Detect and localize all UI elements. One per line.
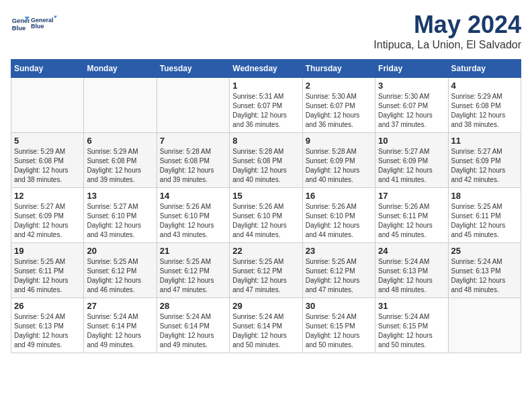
day-number: 13 xyxy=(87,191,153,201)
day-number: 4 xyxy=(451,81,518,91)
day-info: Sunrise: 5:30 AMSunset: 6:07 PMDaylight:… xyxy=(306,92,372,130)
day-of-week-header: Monday xyxy=(84,60,157,78)
day-number: 26 xyxy=(14,301,81,311)
day-info: Sunrise: 5:25 AMSunset: 6:12 PMDaylight:… xyxy=(87,257,153,295)
calendar-cell: 29Sunrise: 5:24 AMSunset: 6:14 PMDayligh… xyxy=(230,298,302,353)
title-area: May 2024 Intipuca, La Union, El Salvador xyxy=(373,11,521,51)
day-number: 14 xyxy=(160,191,226,201)
day-info: Sunrise: 5:25 AMSunset: 6:12 PMDaylight:… xyxy=(306,257,372,295)
day-info: Sunrise: 5:31 AMSunset: 6:07 PMDaylight:… xyxy=(232,92,299,130)
day-number: 28 xyxy=(160,301,226,311)
logo: General Blue General Blue xyxy=(11,11,58,36)
day-info: Sunrise: 5:30 AMSunset: 6:07 PMDaylight:… xyxy=(378,92,445,130)
svg-text:Blue: Blue xyxy=(31,23,44,30)
calendar-cell: 12Sunrise: 5:27 AMSunset: 6:09 PMDayligh… xyxy=(11,188,84,243)
day-info: Sunrise: 5:27 AMSunset: 6:09 PMDaylight:… xyxy=(378,147,445,185)
calendar-cell: 13Sunrise: 5:27 AMSunset: 6:10 PMDayligh… xyxy=(84,188,157,243)
calendar-cell: 28Sunrise: 5:24 AMSunset: 6:14 PMDayligh… xyxy=(157,298,229,353)
day-number: 2 xyxy=(306,81,372,91)
calendar-cell: 3Sunrise: 5:30 AMSunset: 6:07 PMDaylight… xyxy=(375,78,448,133)
day-info: Sunrise: 5:24 AMSunset: 6:14 PMDaylight:… xyxy=(160,312,226,350)
day-number: 31 xyxy=(378,301,445,311)
day-number: 23 xyxy=(306,246,372,256)
day-number: 6 xyxy=(87,136,153,146)
calendar-cell: 30Sunrise: 5:24 AMSunset: 6:15 PMDayligh… xyxy=(302,298,375,353)
day-info: Sunrise: 5:28 AMSunset: 6:08 PMDaylight:… xyxy=(160,147,226,185)
day-info: Sunrise: 5:24 AMSunset: 6:13 PMDaylight:… xyxy=(14,312,81,350)
day-number: 9 xyxy=(306,136,372,146)
day-number: 18 xyxy=(451,191,518,201)
generalblue-logo-graphic: General Blue xyxy=(31,11,58,36)
day-number: 3 xyxy=(378,81,445,91)
day-of-week-header: Saturday xyxy=(448,60,521,78)
calendar-cell: 9Sunrise: 5:28 AMSunset: 6:09 PMDaylight… xyxy=(302,133,375,188)
day-number: 8 xyxy=(232,136,299,146)
calendar-cell: 31Sunrise: 5:24 AMSunset: 6:15 PMDayligh… xyxy=(375,298,448,353)
day-number: 21 xyxy=(160,246,226,256)
day-number: 10 xyxy=(378,136,445,146)
svg-marker-5 xyxy=(54,16,57,19)
calendar-cell: 2Sunrise: 5:30 AMSunset: 6:07 PMDaylight… xyxy=(302,78,375,133)
day-info: Sunrise: 5:27 AMSunset: 6:10 PMDaylight:… xyxy=(87,202,153,240)
calendar-cell: 10Sunrise: 5:27 AMSunset: 6:09 PMDayligh… xyxy=(375,133,448,188)
day-info: Sunrise: 5:29 AMSunset: 6:08 PMDaylight:… xyxy=(451,92,518,130)
day-info: Sunrise: 5:26 AMSunset: 6:10 PMDaylight:… xyxy=(232,202,299,240)
day-number: 20 xyxy=(87,246,153,256)
day-info: Sunrise: 5:27 AMSunset: 6:09 PMDaylight:… xyxy=(14,202,81,240)
calendar-cell: 1Sunrise: 5:31 AMSunset: 6:07 PMDaylight… xyxy=(230,78,302,133)
day-info: Sunrise: 5:24 AMSunset: 6:13 PMDaylight:… xyxy=(378,257,445,295)
calendar-cell xyxy=(157,78,229,133)
day-info: Sunrise: 5:24 AMSunset: 6:14 PMDaylight:… xyxy=(232,312,299,350)
calendar-cell: 27Sunrise: 5:24 AMSunset: 6:14 PMDayligh… xyxy=(84,298,157,353)
day-of-week-header: Tuesday xyxy=(157,60,229,78)
day-info: Sunrise: 5:25 AMSunset: 6:12 PMDaylight:… xyxy=(160,257,226,295)
calendar-cell xyxy=(448,298,521,353)
day-of-week-header: Thursday xyxy=(302,60,375,78)
day-info: Sunrise: 5:26 AMSunset: 6:10 PMDaylight:… xyxy=(306,202,372,240)
calendar-cell xyxy=(11,78,84,133)
logo-icon: General Blue xyxy=(11,14,30,33)
day-info: Sunrise: 5:24 AMSunset: 6:15 PMDaylight:… xyxy=(378,312,445,350)
day-info: Sunrise: 5:26 AMSunset: 6:10 PMDaylight:… xyxy=(160,202,226,240)
day-number: 11 xyxy=(451,136,518,146)
day-of-week-header: Wednesday xyxy=(230,60,302,78)
calendar-cell: 5Sunrise: 5:29 AMSunset: 6:08 PMDaylight… xyxy=(11,133,84,188)
page-header: General Blue General Blue May 2024 Intip… xyxy=(11,11,521,51)
day-of-week-header: Sunday xyxy=(11,60,84,78)
day-number: 16 xyxy=(306,191,372,201)
calendar-cell: 17Sunrise: 5:26 AMSunset: 6:11 PMDayligh… xyxy=(375,188,448,243)
day-info: Sunrise: 5:29 AMSunset: 6:08 PMDaylight:… xyxy=(87,147,153,185)
calendar-cell: 26Sunrise: 5:24 AMSunset: 6:13 PMDayligh… xyxy=(11,298,84,353)
day-number: 29 xyxy=(232,301,299,311)
day-number: 7 xyxy=(160,136,226,146)
day-number: 17 xyxy=(378,191,445,201)
location-title: Intipuca, La Union, El Salvador xyxy=(373,39,521,51)
calendar-table: SundayMondayTuesdayWednesdayThursdayFrid… xyxy=(11,59,521,353)
calendar-cell: 11Sunrise: 5:27 AMSunset: 6:09 PMDayligh… xyxy=(448,133,521,188)
calendar-cell: 4Sunrise: 5:29 AMSunset: 6:08 PMDaylight… xyxy=(448,78,521,133)
calendar-cell: 23Sunrise: 5:25 AMSunset: 6:12 PMDayligh… xyxy=(302,243,375,298)
day-number: 12 xyxy=(14,191,81,201)
day-info: Sunrise: 5:29 AMSunset: 6:08 PMDaylight:… xyxy=(14,147,81,185)
calendar-cell xyxy=(84,78,157,133)
day-number: 1 xyxy=(232,81,299,91)
calendar-cell: 15Sunrise: 5:26 AMSunset: 6:10 PMDayligh… xyxy=(230,188,302,243)
calendar-cell: 6Sunrise: 5:29 AMSunset: 6:08 PMDaylight… xyxy=(84,133,157,188)
calendar-cell: 14Sunrise: 5:26 AMSunset: 6:10 PMDayligh… xyxy=(157,188,229,243)
day-number: 27 xyxy=(87,301,153,311)
day-number: 25 xyxy=(451,246,518,256)
day-info: Sunrise: 5:24 AMSunset: 6:14 PMDaylight:… xyxy=(87,312,153,350)
day-info: Sunrise: 5:27 AMSunset: 6:09 PMDaylight:… xyxy=(451,147,518,185)
day-number: 30 xyxy=(306,301,372,311)
calendar-cell: 22Sunrise: 5:25 AMSunset: 6:12 PMDayligh… xyxy=(230,243,302,298)
day-info: Sunrise: 5:25 AMSunset: 6:11 PMDaylight:… xyxy=(451,202,518,240)
day-info: Sunrise: 5:28 AMSunset: 6:08 PMDaylight:… xyxy=(232,147,299,185)
svg-text:Blue: Blue xyxy=(12,25,26,32)
day-number: 22 xyxy=(232,246,299,256)
day-number: 24 xyxy=(378,246,445,256)
day-number: 19 xyxy=(14,246,81,256)
day-info: Sunrise: 5:24 AMSunset: 6:13 PMDaylight:… xyxy=(451,257,518,295)
calendar-cell: 8Sunrise: 5:28 AMSunset: 6:08 PMDaylight… xyxy=(230,133,302,188)
day-info: Sunrise: 5:25 AMSunset: 6:11 PMDaylight:… xyxy=(14,257,81,295)
calendar-cell: 18Sunrise: 5:25 AMSunset: 6:11 PMDayligh… xyxy=(448,188,521,243)
